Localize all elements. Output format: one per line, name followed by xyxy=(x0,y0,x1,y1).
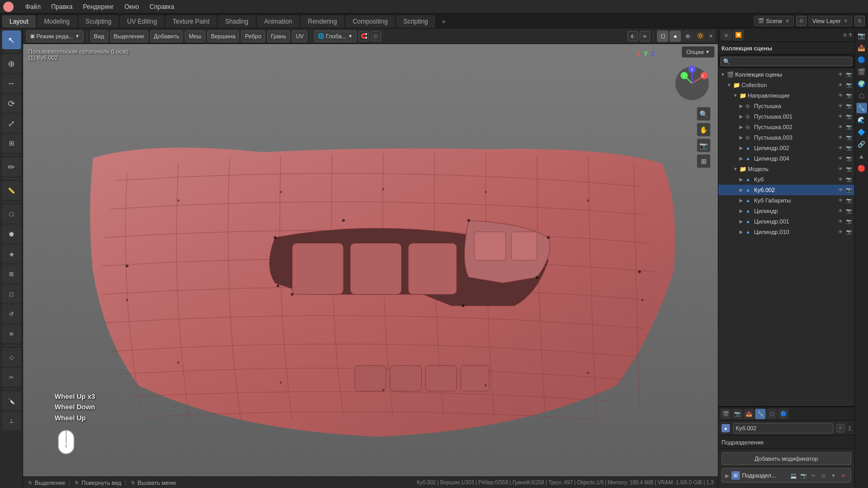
overlay-toggle-btn[interactable]: ◐ xyxy=(628,31,638,41)
outliner-search-input[interactable] xyxy=(720,57,852,66)
guides-view-btn[interactable]: 👁 xyxy=(836,92,844,99)
side-icon-modifier[interactable]: 🔧 xyxy=(856,103,867,113)
cyl2-view-btn[interactable]: 👁 xyxy=(836,144,844,152)
tree-item-model-collection[interactable]: ▼ 📁 Модель 👁 📷 xyxy=(718,164,854,174)
zoom-in-btn[interactable]: 🔍 xyxy=(697,107,710,121)
side-icon-scene[interactable]: 🎬 xyxy=(856,67,867,77)
tab-shading[interactable]: Shading xyxy=(218,15,256,28)
solid-shading-btn[interactable]: ● xyxy=(670,30,681,42)
tree-item-cylinder-1[interactable]: ▶ ▲ Цилиндр.001 👁 📷 xyxy=(718,216,854,227)
outliner-options[interactable]: ⚙ xyxy=(843,33,847,38)
wireframe-shading-btn[interactable]: ◻ xyxy=(657,30,668,42)
modifier-expand-icon[interactable]: ▶ xyxy=(725,473,729,479)
empty1-view-btn[interactable]: 👁 xyxy=(836,102,844,110)
side-icon-physics[interactable]: 🔷 xyxy=(856,127,867,137)
tree-item-guides[interactable]: ▼ 📁 Направляющие 👁 📷 xyxy=(718,90,854,101)
scene-collection-restrict-view[interactable]: 👁 xyxy=(836,71,844,78)
viewport-canvas[interactable]: Пользовательская ортогональ (Local) (1) … xyxy=(23,44,718,476)
menu-help[interactable]: Справка xyxy=(144,0,180,13)
edge-menu-btn[interactable]: Ребро xyxy=(241,30,265,42)
camera-btn[interactable]: 📷 xyxy=(697,139,710,152)
view-layer-options-btn[interactable]: ⚙ xyxy=(854,16,865,26)
vertex-menu-btn[interactable]: Вершина xyxy=(207,30,239,42)
cube002-render-btn[interactable]: 📷 xyxy=(845,186,852,194)
tree-item-empty-2[interactable]: ▶ ◎ Пустышка.001 👁 📷 xyxy=(718,111,854,122)
modifier-apply-dropdown-btn[interactable]: ▼ xyxy=(829,471,838,480)
modifier-cage-btn[interactable]: ⊙ xyxy=(819,471,828,480)
side-icon-particles[interactable]: 🌊 xyxy=(856,115,867,125)
tree-item-empty-4[interactable]: ▶ ◎ Пустышка.003 👁 📷 xyxy=(718,132,854,143)
cyl10-view-btn[interactable]: 👁 xyxy=(836,228,844,236)
outliner-tab[interactable]: ≡ xyxy=(720,30,732,40)
knife-btn[interactable]: 🔪 xyxy=(2,391,21,410)
rip-btn[interactable]: ✂ xyxy=(2,368,21,387)
empty1-render-btn[interactable]: 📷 xyxy=(845,102,852,110)
add-menu-btn[interactable]: Добавить xyxy=(150,30,183,42)
cyl-render-btn[interactable]: 📷 xyxy=(845,207,852,215)
tree-item-empty-3[interactable]: ▶ ◎ Пустышка.002 👁 📷 xyxy=(718,122,854,132)
props-output-tab[interactable]: 📤 xyxy=(744,409,754,419)
tree-item-cylinder-4[interactable]: ▶ ▲ Цилиндр.004 👁 📷 xyxy=(718,153,854,164)
menu-file[interactable]: Файл xyxy=(20,0,46,13)
scene-options-btn[interactable]: ⚙ xyxy=(796,16,807,26)
collection-render-btn[interactable]: 📷 xyxy=(845,81,852,89)
tree-item-cube-002[interactable]: ▶ ▲ Куб.002 👁 📷 xyxy=(718,185,854,195)
tab-rendering[interactable]: Rendering xyxy=(300,15,344,28)
move-tool-btn[interactable]: ↔ xyxy=(2,74,21,93)
props-render-tab[interactable]: 📷 xyxy=(732,409,742,419)
view-menu-btn[interactable]: Вид xyxy=(90,30,108,42)
bisect-btn[interactable]: ⊥ xyxy=(2,411,21,430)
filter-icon[interactable]: ⚗ xyxy=(848,33,852,38)
guides-render-btn[interactable]: 📷 xyxy=(845,92,852,99)
tree-item-scene-collection[interactable]: ▼ 🎬 Коллекция сцены 👁 📷 xyxy=(718,69,854,80)
side-icon-constraints[interactable]: 🔗 xyxy=(856,139,867,150)
cube-render-btn[interactable]: 📷 xyxy=(845,176,852,183)
tab-scripting[interactable]: Scripting xyxy=(396,15,435,28)
menu-window[interactable]: Окно xyxy=(119,0,144,13)
modifier-header[interactable]: ▶ ⊞ Подраздел... 💻 📷 ✏ ⊙ ▼ ✕ xyxy=(722,469,851,482)
scene-collection-restrict-render[interactable]: 📷 xyxy=(845,71,852,78)
cubebounds-render-btn[interactable]: 📷 xyxy=(845,197,852,204)
modifier-render-btn[interactable]: 📷 xyxy=(799,471,808,480)
mode-selector-btn[interactable]: ▣ Режим реда... ▼ xyxy=(26,30,83,42)
props-object-tab[interactable]: ⬡ xyxy=(767,409,777,419)
fake-user-btn[interactable]: F xyxy=(836,424,845,432)
empty3-view-btn[interactable]: 👁 xyxy=(836,123,844,131)
shear-btn[interactable]: ◇ xyxy=(2,348,21,367)
modifier-realtime-btn[interactable]: 💻 xyxy=(789,471,798,480)
side-icon-output[interactable]: 📤 xyxy=(856,43,867,53)
viewport-options-btn[interactable]: Опции ▼ xyxy=(682,46,715,58)
select-menu-btn[interactable]: Выделение xyxy=(110,30,148,42)
tab-modeling[interactable]: Modeling xyxy=(37,15,77,28)
extrude-tool-btn[interactable]: ⬡ xyxy=(2,205,21,224)
tab-texture-paint[interactable]: Texture Paint xyxy=(165,15,217,28)
smooth-btn[interactable]: ≋ xyxy=(2,324,21,343)
cyl4-render-btn[interactable]: 📷 xyxy=(845,155,852,162)
grid-btn[interactable]: ⊞ xyxy=(697,154,710,168)
inset-tool-btn[interactable]: ⬟ xyxy=(2,225,21,243)
scale-tool-btn[interactable]: ⤢ xyxy=(2,114,21,133)
model-view-btn[interactable]: 👁 xyxy=(836,165,844,173)
filter-btn[interactable]: 🔽 xyxy=(733,30,744,40)
add-modifier-btn[interactable]: Добавить модификатор xyxy=(721,452,851,465)
modifier-edit-btn[interactable]: ✏ xyxy=(809,471,818,480)
cyl-view-btn[interactable]: 👁 xyxy=(836,207,844,215)
tree-item-cylinder-2[interactable]: ▶ ▲ Цилиндр.002 👁 📷 xyxy=(718,143,854,153)
face-menu-btn[interactable]: Грань xyxy=(267,30,290,42)
side-icon-material[interactable]: 🔴 xyxy=(856,163,867,174)
loop-cut-tool-btn[interactable]: ⊞ xyxy=(2,264,21,283)
tree-item-cylinder-10[interactable]: ▶ ▲ Цилиндр.010 👁 📷 xyxy=(718,227,854,237)
cyl2-render-btn[interactable]: 📷 xyxy=(845,144,852,152)
cube-view-btn[interactable]: 👁 xyxy=(836,176,844,183)
select-tool-btn[interactable]: ↖ xyxy=(2,30,21,49)
empty2-render-btn[interactable]: 📷 xyxy=(845,113,852,120)
side-icon-data[interactable]: ▲ xyxy=(856,151,867,162)
tab-animation[interactable]: Animation xyxy=(257,15,299,28)
shading-options-btn[interactable]: ▼ xyxy=(707,30,715,42)
cursor-tool-btn[interactable]: ⊕ xyxy=(2,54,21,73)
props-modifier-tab[interactable]: 🔧 xyxy=(755,409,766,419)
empty4-view-btn[interactable]: 👁 xyxy=(836,134,844,141)
view-layer-selector[interactable]: View Layer ▼ xyxy=(809,16,852,26)
navigation-gizmo[interactable]: X Y Z xyxy=(674,65,710,102)
side-icon-view[interactable]: 🔵 xyxy=(856,55,867,65)
